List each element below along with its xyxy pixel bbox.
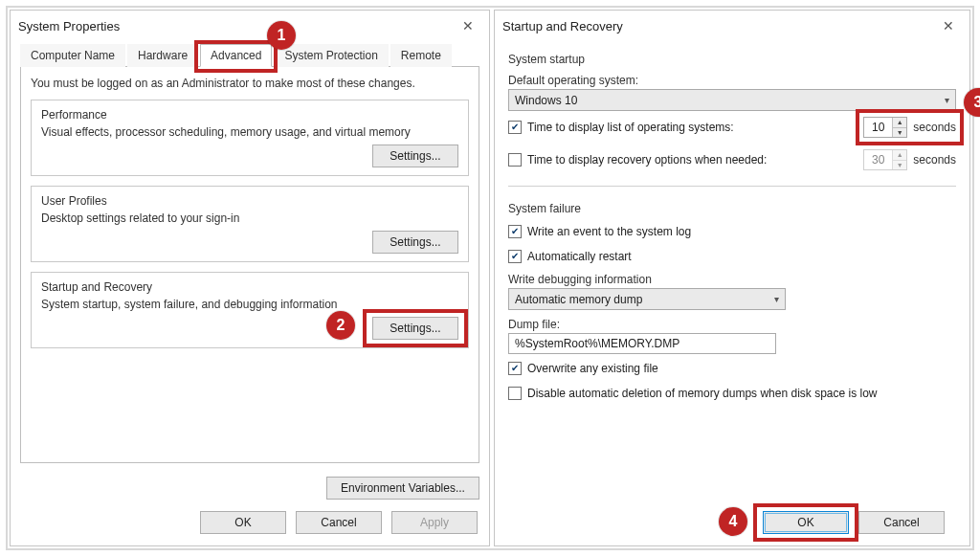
apply-button[interactable]: Apply xyxy=(391,511,478,534)
time-recovery-spinner[interactable]: 30 ▲▼ xyxy=(863,149,907,170)
system-properties-window: System Properties ✕ Computer Name Hardwa… xyxy=(10,10,490,546)
dump-file-label: Dump file: xyxy=(508,318,956,331)
tab-hardware[interactable]: Hardware xyxy=(127,44,198,67)
startup-recovery-body: System startup Default operating system:… xyxy=(495,39,969,503)
time-os-list-checkbox[interactable] xyxy=(508,121,522,134)
dialog-buttons-left: OK Cancel Apply xyxy=(11,503,489,545)
overwrite-label: Overwrite any existing file xyxy=(527,362,956,375)
admin-notice: You must be logged on as an Administrato… xyxy=(31,77,469,90)
system-startup-heading: System startup xyxy=(508,53,956,66)
write-debug-label: Write debugging information xyxy=(508,273,956,286)
ok-button[interactable]: OK xyxy=(763,511,849,534)
group-startup-recovery: Startup and Recovery System startup, sys… xyxy=(31,272,469,348)
group-desc: System startup, system failure, and debu… xyxy=(41,298,458,311)
divider xyxy=(508,186,956,187)
spinner-down-icon[interactable]: ▼ xyxy=(893,161,906,170)
auto-restart-label: Automatically restart xyxy=(527,250,956,263)
spinner-up-icon[interactable]: ▲ xyxy=(893,118,906,128)
tab-system-protection[interactable]: System Protection xyxy=(274,44,388,67)
disable-deletion-label: Disable automatic deletion of memory dum… xyxy=(527,387,956,400)
time-os-list-spinner[interactable]: 10 ▲▼ xyxy=(863,117,907,138)
write-event-checkbox[interactable] xyxy=(508,225,522,238)
time-os-list-value: 10 xyxy=(864,118,893,137)
spinner-down-icon[interactable]: ▼ xyxy=(893,128,906,138)
cancel-button[interactable]: Cancel xyxy=(858,511,945,534)
debug-info-combo[interactable]: Automatic memory dump ▾ xyxy=(508,288,786,310)
advanced-panel: You must be logged on as an Administrato… xyxy=(20,67,479,463)
group-legend: Startup and Recovery xyxy=(41,280,458,294)
tab-remote[interactable]: Remote xyxy=(390,44,452,67)
tab-computer-name[interactable]: Computer Name xyxy=(20,44,125,67)
close-icon[interactable]: ✕ xyxy=(935,16,962,35)
chevron-down-icon: ▾ xyxy=(774,294,779,304)
time-recovery-checkbox[interactable] xyxy=(508,153,522,167)
group-desc: Visual effects, processor scheduling, me… xyxy=(41,125,458,139)
group-user-profiles: User Profiles Desktop settings related t… xyxy=(31,186,469,262)
dump-file-field[interactable]: %SystemRoot%\MEMORY.DMP xyxy=(508,333,776,354)
debug-info-value: Automatic memory dump xyxy=(515,293,642,306)
titlebar-left: System Properties ✕ xyxy=(11,11,489,39)
disable-deletion-checkbox[interactable] xyxy=(508,387,522,400)
cancel-button[interactable]: Cancel xyxy=(296,511,382,534)
tabs: Computer Name Hardware Advanced System P… xyxy=(20,43,479,67)
auto-restart-checkbox[interactable] xyxy=(508,250,522,263)
time-recovery-value: 30 xyxy=(864,150,893,169)
tab-advanced[interactable]: Advanced xyxy=(200,44,272,67)
group-legend: Performance xyxy=(41,108,458,122)
time-recovery-unit: seconds xyxy=(913,153,956,167)
default-os-combo[interactable]: Windows 10 ▾ xyxy=(508,89,956,111)
time-os-list-unit: seconds xyxy=(913,121,956,134)
chevron-down-icon: ▾ xyxy=(945,95,949,105)
window-title: System Properties xyxy=(18,19,455,33)
dialog-buttons-right: OK Cancel xyxy=(495,503,969,545)
startup-recovery-window: Startup and Recovery ✕ System startup De… xyxy=(494,10,970,546)
ok-button[interactable]: OK xyxy=(200,511,286,534)
group-desc: Desktop settings related to your sign-in xyxy=(41,211,458,225)
default-os-label: Default operating system: xyxy=(508,74,956,87)
group-performance: Performance Visual effects, processor sc… xyxy=(31,100,469,176)
overwrite-checkbox[interactable] xyxy=(508,362,522,375)
performance-settings-button[interactable]: Settings... xyxy=(372,145,458,167)
default-os-value: Windows 10 xyxy=(515,94,577,107)
window-title: Startup and Recovery xyxy=(502,19,935,33)
titlebar-right: Startup and Recovery ✕ xyxy=(495,11,969,39)
dump-file-value: %SystemRoot%\MEMORY.DMP xyxy=(515,337,679,350)
time-os-list-label: Time to display list of operating system… xyxy=(527,121,734,134)
environment-variables-button[interactable]: Environment Variables... xyxy=(326,477,479,500)
group-legend: User Profiles xyxy=(41,194,458,208)
user-profiles-settings-button[interactable]: Settings... xyxy=(372,231,458,254)
system-failure-heading: System failure xyxy=(508,202,956,215)
time-recovery-label: Time to display recovery options when ne… xyxy=(527,153,767,167)
close-icon[interactable]: ✕ xyxy=(455,16,481,35)
write-event-label: Write an event to the system log xyxy=(527,225,956,238)
startup-recovery-settings-button[interactable]: Settings... xyxy=(372,317,458,340)
spinner-up-icon[interactable]: ▲ xyxy=(893,150,906,161)
